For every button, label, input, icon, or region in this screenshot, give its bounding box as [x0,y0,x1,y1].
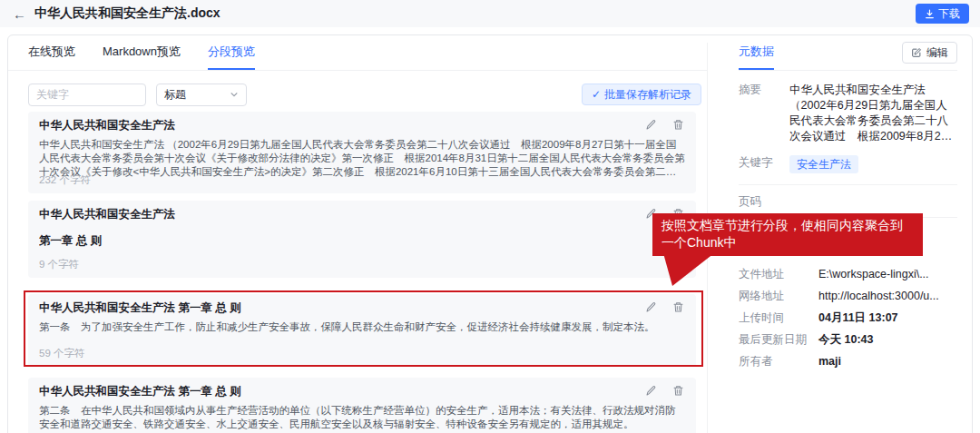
filter-select[interactable]: 标题 [156,84,247,106]
meta-value [789,195,957,208]
chunk-title: 中华人民共和国安全生产法 第一章 总 则 [39,383,241,399]
meta-label: 摘要 [739,83,789,144]
edit-icon[interactable] [645,301,658,314]
edit-label: 编辑 [926,45,948,61]
chunk-title: 中华人民共和国安全生产法 [39,206,175,222]
chevron-down-icon [230,90,239,99]
chunk-body: 第一条 为了加强安全生产工作，防止和减少生产安全事故，保障人民群众生命和财产安全… [39,320,685,334]
chunk-toolbar: 标题 ✓ 批量保存解析记录 [28,83,701,106]
chunk-body: 中华人民共和国安全生产法 （2002年6月29日第九届全国人民代表大会常务委员会… [39,138,685,179]
preview-tabs: 在线预览 Markdown预览 分段预览 [8,35,707,71]
meta-value: 中华人民共和国安全生产法 （2002年6月29日第九届全国人民代表大会常务委员会… [789,83,957,144]
chunk-card-1: 中华人民共和国安全生产法 中华人民共和国安全生产法 （2002年6月29日第九届… [28,112,696,193]
download-label: 下载 [938,6,960,22]
tooltip-tail [656,253,720,288]
tab-chunk-preview[interactable]: 分段预览 [208,35,255,70]
meta-label: 页码 [739,195,789,208]
meta-value: E:\workspace-lingxi\... [818,268,957,280]
meta-row-page: 页码 [739,195,957,208]
annotation-tooltip: 按照文档章节进行分段，使相同内容聚合到一个Chunk中 [652,213,923,256]
edit-icon[interactable] [645,385,658,398]
meta-row-updated: 最后更新日期 今天 10:43 [739,333,957,346]
top-header: ← 中华人民共和国安全生产法.docx 下载 [0,0,980,27]
batch-save-label: 批量保存解析记录 [604,87,691,103]
meta-row-owner: 所有者 maji [739,355,957,368]
meta-row-file-path: 文件地址 E:\workspace-lingxi\... [739,268,957,280]
meta-label: 上传时间 [739,311,818,324]
edit-icon[interactable] [645,119,658,132]
download-icon [925,9,935,19]
edit-square-icon [911,47,922,58]
filter-select-value: 标题 [164,87,186,103]
divider [739,184,957,185]
batch-save-button[interactable]: ✓ 批量保存解析记录 [582,84,701,105]
chunk-char-count: 232 个字符 [39,173,91,187]
chunk-title: 中华人民共和国安全生产法 [39,117,175,133]
meta-value: 04月11日 13:07 [818,311,957,324]
chunk-card-4: 中华人民共和国安全生产法 第一章 总 则 第二条 在中华人民共和国领域内从事生产… [28,378,696,433]
chunk-body: 第一章 总 则 [39,234,685,248]
delete-icon[interactable] [672,385,685,398]
chunk-char-count: 59 个字符 [39,347,85,360]
page-title: 中华人民共和国安全生产法.docx [34,5,220,22]
back-icon[interactable]: ← [13,7,26,21]
download-button[interactable]: 下载 [916,4,969,24]
meta-row-url: 网络地址 http://localhost:3000/u... [739,290,957,302]
meta-label: 所有者 [739,355,818,368]
tab-metadata[interactable]: 元数据 [739,35,774,70]
annotation-tooltip-text: 按照文档章节进行分段，使相同内容聚合到一个Chunk中 [652,213,923,256]
keyword-search-input[interactable] [28,84,146,106]
meta-row-upload-time: 上传时间 04月11日 13:07 [739,311,957,324]
edit-metadata-button[interactable]: 编辑 [902,42,957,64]
chunk-body: 第二条 在中华人民共和国领域内从事生产经营活动的单位（以下统称生产经营单位）的安… [39,404,685,431]
delete-icon[interactable] [672,301,685,314]
chunk-card-2: 中华人民共和国安全生产法 第一章 总 则 9 个字符 [28,201,696,278]
tab-markdown-preview[interactable]: Markdown预览 [103,35,181,70]
meta-value: http://localhost:3000/u... [818,290,957,302]
meta-row-keyword: 关键字 安全生产法 [739,155,957,173]
meta-value: 今天 10:43 [818,333,957,346]
meta-value: maji [818,355,957,368]
tab-online-preview[interactable]: 在线预览 [28,35,75,70]
meta-label: 文件地址 [739,268,818,280]
chunk-title: 中华人民共和国安全生产法 第一章 总 则 [39,300,241,316]
chunk-card-3: 中华人民共和国安全生产法 第一章 总 则 第一条 为了加强安全生产工作，防止和减… [28,294,696,367]
meta-label: 关键字 [739,155,789,173]
check-icon: ✓ [592,88,601,101]
meta-row-summary: 摘要 中华人民共和国安全生产法 （2002年6月29日第九届全国人民代表大会常务… [739,83,957,144]
meta-label: 最后更新日期 [739,333,818,346]
chunk-char-count: 9 个字符 [39,258,79,271]
preview-pane: 在线预览 Markdown预览 分段预览 标题 ✓ 批量保存解析记录 中华人民共… [8,35,707,433]
meta-label: 网络地址 [739,290,818,302]
keyword-tag: 安全生产法 [789,155,858,173]
delete-icon[interactable] [672,119,685,132]
